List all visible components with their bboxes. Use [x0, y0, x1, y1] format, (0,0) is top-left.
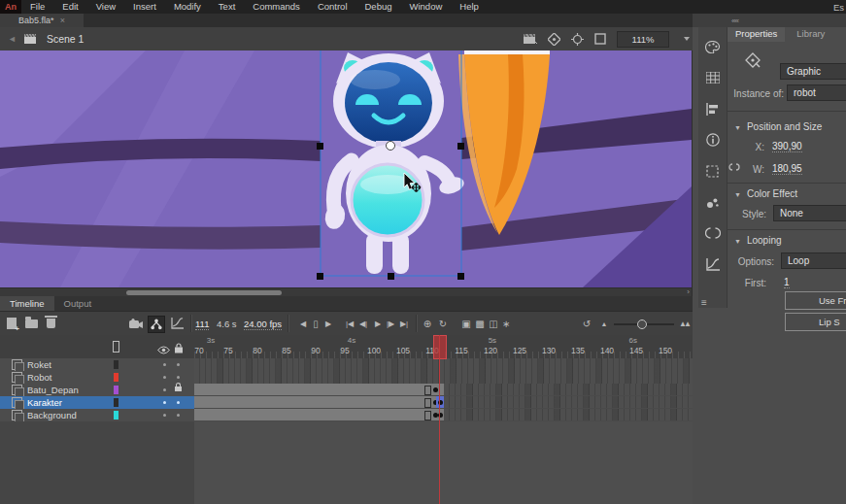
panel-menu-icon[interactable]: ≡ — [701, 297, 706, 308]
menu-item-control[interactable]: Control — [309, 0, 356, 14]
back-icon[interactable]: ◄ — [0, 34, 24, 44]
layer-color-swatch[interactable] — [114, 373, 118, 382]
empty-frames[interactable] — [444, 384, 693, 395]
edit-symbols-icon[interactable] — [548, 33, 560, 46]
frame-span[interactable] — [194, 384, 444, 395]
section-position-size[interactable]: ▼Position and Size — [734, 121, 822, 132]
w-value[interactable]: 180,95 — [772, 163, 802, 175]
scene-name[interactable]: Scene 1 — [47, 33, 85, 45]
loop-playback-icon[interactable]: ↻ — [435, 316, 451, 331]
stage-canvas[interactable] — [0, 50, 692, 287]
use-frame-picker-button[interactable]: Use Fra — [785, 291, 846, 310]
layer-visibility-toggle[interactable] — [163, 363, 166, 366]
reset-timeline-zoom-icon[interactable]: ↺ — [579, 316, 594, 331]
transform-panel-icon[interactable] — [705, 163, 721, 179]
step-forward-icon[interactable]: ▶ — [321, 316, 336, 331]
playhead-marker[interactable] — [433, 335, 447, 359]
layer-color-swatch[interactable] — [114, 398, 118, 407]
tab-library[interactable]: Library — [789, 27, 832, 42]
frame-track-karakter[interactable] — [194, 396, 693, 410]
frame-track-roket[interactable] — [194, 358, 693, 372]
frame-rate-value[interactable]: 24.00 fps — [244, 319, 282, 330]
timeline-zoom-out-icon[interactable]: ▲ — [596, 316, 612, 331]
center-frame-icon[interactable]: ⊕ — [420, 316, 435, 331]
new-layer-button[interactable] — [4, 316, 19, 331]
layer-color-swatch[interactable] — [114, 360, 118, 369]
lip-syncing-button[interactable]: Lip S — [785, 313, 846, 331]
tab-timeline[interactable]: Timeline — [0, 296, 54, 311]
prev-frame-icon[interactable]: ◀| — [355, 316, 371, 331]
menu-item-file[interactable]: File — [21, 0, 53, 14]
timeline-zoom-slider-knob[interactable] — [637, 319, 647, 329]
menu-item-text[interactable]: Text — [210, 0, 244, 14]
menu-item-debug[interactable]: Debug — [356, 0, 401, 14]
go-last-frame-icon[interactable]: ▶| — [396, 316, 412, 331]
frame-track-batu_depan[interactable] — [194, 384, 693, 397]
menu-item-help[interactable]: Help — [451, 0, 488, 14]
layer-visibility-toggle[interactable] — [163, 388, 166, 391]
layer-visibility-toggle[interactable] — [163, 376, 166, 379]
layer-row-roket[interactable]: Roket — [0, 358, 194, 372]
layer-visibility-toggle[interactable] — [163, 414, 166, 417]
timeline-zoom-in-icon[interactable]: ▲▲ — [676, 316, 692, 331]
keyframe-dot[interactable] — [433, 387, 438, 392]
link-width-height-icon[interactable] — [728, 161, 741, 175]
style-dropdown[interactable]: None — [773, 205, 846, 221]
symbol-type-dropdown[interactable]: Graphic — [780, 63, 846, 80]
modify-markers-icon[interactable]: ∗ — [498, 316, 514, 331]
layer-name[interactable]: Batu_Depan — [27, 385, 79, 395]
section-looping[interactable]: ▼Looping — [734, 235, 782, 246]
show-hide-all-icon[interactable] — [157, 341, 170, 358]
show-graphs-button[interactable] — [169, 316, 185, 331]
document-tab[interactable]: Bab5.fla* × — [0, 14, 84, 27]
stage-zoom-select[interactable]: 111% — [617, 31, 669, 48]
layer-lock-icon[interactable] — [175, 386, 182, 391]
layer-lock-toggle[interactable] — [177, 414, 180, 417]
empty-frames[interactable] — [444, 396, 693, 408]
close-icon[interactable]: × — [60, 16, 65, 25]
layer-name[interactable]: Karakter — [27, 397, 62, 408]
new-folder-button[interactable] — [23, 316, 39, 331]
layer-row-batu_depan[interactable]: Batu_Depan — [0, 384, 194, 397]
menu-item-window[interactable]: Window — [401, 0, 452, 14]
layer-name[interactable]: Background — [27, 410, 77, 420]
workspace-label[interactable]: Es — [833, 2, 846, 13]
collapse-panels-icon[interactable]: «« — [731, 17, 738, 25]
frame-track-robot[interactable] — [194, 371, 693, 385]
app-logo[interactable]: An — [0, 0, 21, 14]
layer-color-swatch[interactable] — [114, 411, 118, 420]
scroll-right-icon[interactable]: › — [687, 287, 690, 296]
empty-frames[interactable] — [444, 409, 693, 420]
color-panel-icon[interactable] — [705, 39, 721, 54]
section-color-effect[interactable]: ▼Color Effect — [734, 188, 797, 199]
layer-parenting-button[interactable] — [148, 316, 165, 333]
loop-dropdown[interactable]: Loop — [781, 252, 846, 269]
camera-button[interactable] — [128, 316, 144, 331]
outline-color-column-icon[interactable] — [113, 341, 119, 353]
frame-track-background[interactable] — [194, 409, 693, 422]
layer-row-background[interactable]: Background — [0, 409, 194, 422]
frame-span[interactable] — [194, 396, 444, 408]
layer-name[interactable]: Robot — [27, 372, 51, 383]
edit-scene-icon[interactable] — [524, 33, 537, 45]
layer-lock-toggle[interactable] — [177, 401, 180, 404]
layer-row-robot[interactable]: Robot — [0, 371, 194, 385]
current-frame-value[interactable]: 111 — [195, 319, 209, 330]
menu-item-view[interactable]: View — [87, 0, 124, 14]
layer-name[interactable]: Roket — [27, 359, 51, 370]
menu-item-commands[interactable]: Commands — [244, 0, 309, 14]
clip-content-icon[interactable] — [594, 33, 606, 45]
delete-layer-button[interactable] — [43, 316, 58, 331]
lock-all-icon[interactable] — [174, 340, 184, 357]
layer-visibility-toggle[interactable] — [163, 401, 166, 404]
chevron-down-icon[interactable] — [684, 37, 690, 41]
menu-item-insert[interactable]: Insert — [124, 0, 165, 14]
layer-lock-toggle[interactable] — [177, 376, 180, 379]
tab-properties[interactable]: Properties — [728, 27, 785, 42]
tab-output[interactable]: Output — [54, 296, 102, 311]
instance-of-field[interactable]: robot — [787, 84, 846, 101]
menu-item-modify[interactable]: Modify — [165, 0, 210, 14]
swatches-panel-icon[interactable] — [705, 70, 721, 85]
layer-lock-toggle[interactable] — [177, 363, 180, 366]
layer-row-karakter[interactable]: Karakter — [0, 396, 194, 410]
